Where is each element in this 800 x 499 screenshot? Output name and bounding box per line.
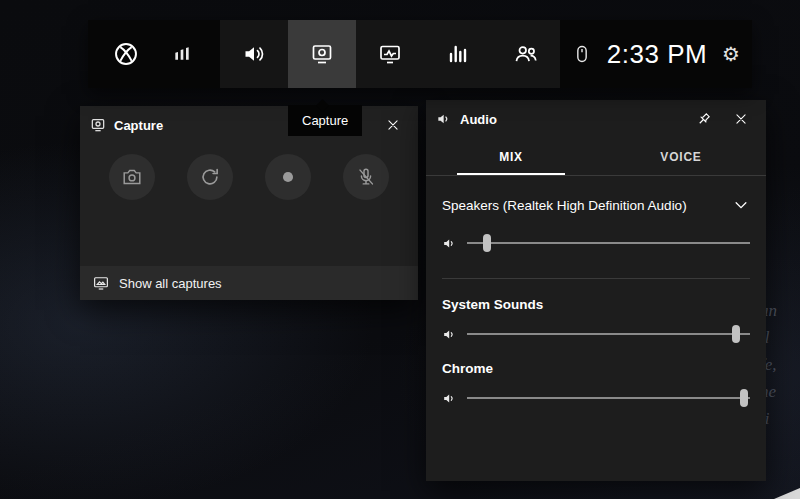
background-page-text: an ll fe, ne li <box>760 297 800 432</box>
gamebar-toolbar: 2:33 PM ⚙ <box>88 20 752 88</box>
bg-text-fragment: li <box>760 405 800 432</box>
speaker-small-icon <box>442 327 457 342</box>
system-sounds-volume-slider[interactable] <box>467 325 750 343</box>
record-last-30s-button[interactable] <box>187 154 233 200</box>
slider-thumb[interactable] <box>740 389 748 407</box>
show-all-captures-link[interactable]: Show all captures <box>80 266 418 300</box>
audio-panel: Audio MIX VOICE Speakers (Realtek High D… <box>426 100 766 481</box>
speakers-volume-slider[interactable] <box>467 234 750 252</box>
settings-gear-icon[interactable]: ⚙ <box>722 44 740 64</box>
slider-thumb[interactable] <box>483 234 491 252</box>
bg-text-fragment: ne <box>760 378 800 405</box>
people-icon <box>513 41 539 67</box>
chrome-label: Chrome <box>442 361 750 376</box>
mic-muted-icon <box>355 166 377 188</box>
chevron-down-icon <box>732 196 750 214</box>
chrome-volume-row <box>442 389 750 407</box>
widget-menu-icon <box>172 44 192 64</box>
audio-panel-header: Audio <box>426 100 766 138</box>
clock-time: 2:33 PM <box>600 39 714 70</box>
toolbar-right-section: 2:33 PM ⚙ <box>560 20 752 88</box>
close-icon[interactable] <box>726 104 756 134</box>
toolbar-left-section <box>88 20 220 88</box>
screenshot-button[interactable] <box>109 154 155 200</box>
audio-tabs: MIX VOICE <box>426 138 766 176</box>
tab-voice[interactable]: VOICE <box>596 138 766 175</box>
captures-gallery-icon <box>92 274 110 292</box>
pin-icon[interactable] <box>688 104 718 134</box>
chrome-volume-slider[interactable] <box>467 389 750 407</box>
widget-menu-button[interactable] <box>154 20 210 88</box>
capture-panel: Capture <box>80 106 418 300</box>
record-last-icon <box>199 166 221 188</box>
audio-panel-content: Speakers (Realtek High Definition Audio)… <box>426 196 766 407</box>
slider-thumb[interactable] <box>732 325 740 343</box>
audio-panel-title: Audio <box>460 112 497 127</box>
slider-track <box>467 242 750 244</box>
capture-icon <box>310 42 334 66</box>
xbox-logo-icon <box>113 41 139 67</box>
capture-panel-title: Capture <box>114 118 163 133</box>
capture-widget-button[interactable] <box>288 20 356 88</box>
speaker-small-icon <box>442 236 457 251</box>
capture-buttons-row <box>80 154 418 200</box>
capture-panel-icon <box>90 117 106 133</box>
capture-tooltip: Capture <box>288 105 362 136</box>
output-device-selector[interactable]: Speakers (Realtek High Definition Audio) <box>442 196 750 214</box>
speaker-small-icon <box>442 391 457 406</box>
capture-panel-header: Capture <box>80 106 418 144</box>
slider-track <box>467 397 750 399</box>
speaker-icon <box>242 42 266 66</box>
tab-mix[interactable]: MIX <box>426 138 596 175</box>
record-dot-icon <box>277 166 299 188</box>
audio-panel-icon <box>436 111 452 127</box>
camera-icon <box>121 166 143 188</box>
bar-meter-icon <box>446 42 470 66</box>
show-all-captures-label: Show all captures <box>119 276 222 291</box>
toolbar-middle-section <box>220 20 560 88</box>
system-sounds-label: System Sounds <box>442 297 750 312</box>
section-divider <box>442 278 750 279</box>
resources-widget-button[interactable] <box>424 20 492 88</box>
bg-text-fragment: an <box>760 297 800 324</box>
speakers-volume-row <box>442 234 750 252</box>
bg-text-fragment: fe, <box>760 351 800 378</box>
looking-for-group-button[interactable] <box>492 20 560 88</box>
slider-track <box>467 333 750 335</box>
mic-toggle-button[interactable] <box>343 154 389 200</box>
close-icon[interactable] <box>378 110 408 140</box>
performance-icon <box>378 42 402 66</box>
bg-text-fragment: ll <box>760 324 800 351</box>
output-device-name: Speakers (Realtek High Definition Audio) <box>442 198 687 213</box>
performance-widget-button[interactable] <box>356 20 424 88</box>
mouse-icon[interactable] <box>572 44 592 64</box>
system-sounds-volume-row <box>442 325 750 343</box>
capture-tooltip-label: Capture <box>302 113 348 128</box>
xbox-button[interactable] <box>98 20 154 88</box>
start-recording-button[interactable] <box>265 154 311 200</box>
audio-widget-button[interactable] <box>220 20 288 88</box>
